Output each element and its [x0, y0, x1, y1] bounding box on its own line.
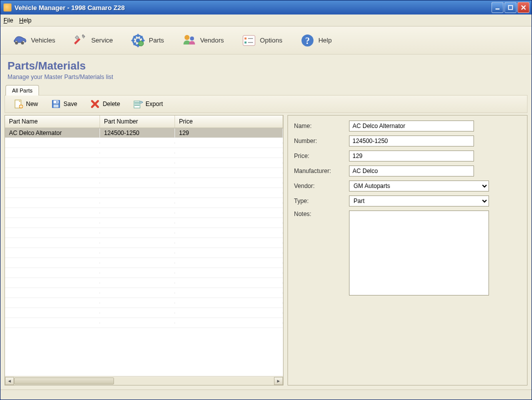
svg-rect-24: [134, 102, 140, 103]
svg-rect-25: [134, 104, 140, 104]
table-row[interactable]: [5, 148, 283, 158]
toolbar-vehicles-label: Vehicles: [31, 36, 55, 44]
table-body[interactable]: AC Delco Alternator 124500-1250 129: [5, 128, 283, 376]
toolbar-service-label: Service: [91, 36, 112, 44]
toolbar-parts-button[interactable]: Parts: [122, 29, 172, 52]
svg-rect-12: [244, 42, 246, 44]
toolbar-vendors-button[interactable]: Vendors: [174, 29, 232, 52]
svg-text:?: ?: [305, 36, 310, 46]
table-row[interactable]: [5, 218, 283, 228]
scroll-thumb[interactable]: [14, 378, 114, 384]
scroll-right-arrow[interactable]: ►: [274, 377, 283, 385]
col-price[interactable]: Price: [175, 116, 283, 128]
cell-price: 129: [175, 128, 283, 138]
table-row[interactable]: [5, 288, 283, 298]
page-title: Parts/Materials: [8, 60, 524, 72]
delete-button[interactable]: Delete: [84, 96, 126, 112]
toolbar-vendors-label: Vendors: [200, 36, 224, 44]
save-label: Save: [64, 100, 77, 108]
parts-icon: [130, 32, 146, 48]
toolbar-help-button[interactable]: ? Help: [292, 29, 340, 52]
svg-rect-20: [54, 100, 58, 104]
manufacturer-field[interactable]: [349, 166, 474, 176]
toolbar-vehicles-button[interactable]: Vehicles: [4, 29, 62, 52]
label-name: Name:: [294, 122, 349, 130]
window-title: Vehicle Manager - 1998 Camaro Z28: [14, 4, 492, 12]
name-field[interactable]: [349, 120, 474, 132]
table-row[interactable]: [5, 188, 283, 198]
export-icon: [133, 99, 143, 109]
svg-rect-14: [248, 42, 253, 43]
label-manufacturer: Manufacturer:: [294, 168, 349, 174]
titlebar: Vehicle Manager - 1998 Camaro Z28: [0, 0, 532, 14]
table-row[interactable]: [5, 138, 283, 148]
table-row[interactable]: [5, 238, 283, 248]
price-field[interactable]: [349, 150, 474, 162]
label-type: Type:: [294, 198, 349, 204]
col-part-name[interactable]: Part Name: [5, 116, 100, 128]
col-part-number[interactable]: Part Number: [100, 116, 175, 128]
toolbar-parts-label: Parts: [149, 36, 164, 44]
menubar: File Help: [0, 14, 532, 26]
table-header: Part Name Part Number Price: [5, 116, 283, 128]
notes-textarea[interactable]: [349, 210, 489, 296]
table-row[interactable]: [5, 318, 283, 328]
export-button[interactable]: Export: [128, 96, 168, 112]
svg-point-7: [138, 41, 144, 46]
page-header: Parts/Materials Manage your Master Parts…: [0, 54, 532, 84]
table-row[interactable]: [5, 258, 283, 268]
statusbar: [0, 390, 532, 400]
horizontal-scrollbar[interactable]: ◄ ►: [5, 376, 283, 385]
svg-rect-1: [508, 6, 512, 10]
parts-list-panel: Part Name Part Number Price AC Delco Alt…: [4, 115, 284, 386]
svg-rect-13: [248, 38, 253, 39]
toolbar-service-button[interactable]: Service: [64, 29, 120, 52]
content: New Save Delete Export Part Name Part Nu…: [0, 95, 532, 390]
table-row[interactable]: [5, 198, 283, 208]
table-row[interactable]: [5, 308, 283, 318]
detail-panel: Name: Number: Price: Manufacturer: Vendo…: [288, 115, 528, 386]
menu-help[interactable]: Help: [19, 17, 32, 24]
delete-label: Delete: [102, 100, 120, 108]
table-row[interactable]: [5, 298, 283, 308]
svg-rect-21: [54, 104, 58, 108]
new-button[interactable]: New: [8, 96, 44, 112]
type-select[interactable]: Part: [349, 196, 489, 206]
table-row[interactable]: [5, 158, 283, 168]
svg-rect-10: [243, 36, 255, 46]
table-row[interactable]: [5, 228, 283, 238]
scroll-track[interactable]: [14, 377, 274, 385]
delete-icon: [90, 99, 100, 109]
vehicles-icon: [12, 32, 28, 48]
label-price: Price:: [294, 152, 349, 160]
table-row[interactable]: [5, 268, 283, 278]
close-button[interactable]: [518, 2, 530, 13]
table-row[interactable]: [5, 208, 283, 218]
toolbar-options-button[interactable]: Options: [234, 29, 290, 52]
menu-file[interactable]: File: [4, 17, 13, 24]
toolbar-help-label: Help: [318, 36, 332, 44]
svg-rect-11: [244, 38, 246, 40]
toolbar-options-label: Options: [260, 36, 282, 44]
svg-rect-26: [134, 105, 140, 106]
save-button[interactable]: Save: [46, 96, 82, 112]
vendor-select[interactable]: GM Autoparts: [349, 180, 489, 192]
vendors-icon: [181, 32, 197, 48]
tab-all-parts[interactable]: All Parts: [6, 85, 39, 96]
page-subtitle: Manage your Master Parts/Materials list: [8, 74, 524, 80]
maximize-button[interactable]: [504, 2, 516, 13]
table-row[interactable]: [5, 248, 283, 258]
minimize-button[interactable]: [492, 2, 504, 13]
svg-rect-0: [496, 8, 500, 10]
table-row[interactable]: [5, 178, 283, 188]
svg-point-9: [190, 36, 194, 40]
number-field[interactable]: [349, 136, 474, 146]
table-row[interactable]: [5, 168, 283, 178]
table-row[interactable]: [5, 278, 283, 288]
help-icon: ?: [300, 32, 316, 48]
scroll-left-arrow[interactable]: ◄: [5, 377, 14, 385]
table-row[interactable]: AC Delco Alternator 124500-1250 129: [5, 128, 283, 138]
label-notes: Notes:: [294, 210, 349, 218]
svg-rect-22: [56, 101, 58, 103]
svg-point-2: [15, 42, 18, 44]
